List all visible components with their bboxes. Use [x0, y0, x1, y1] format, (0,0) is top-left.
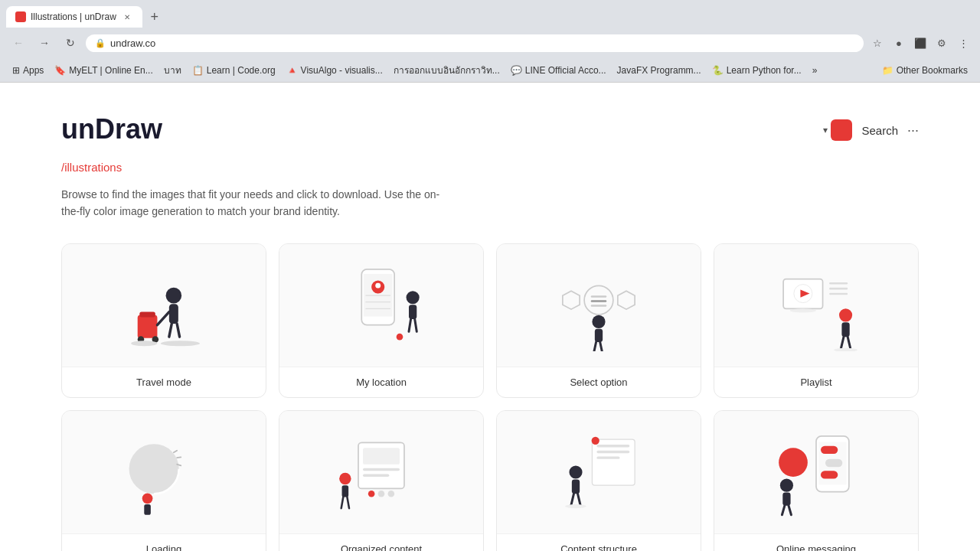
svg-rect-56: [363, 474, 389, 476]
bookmark-visalgo[interactable]: 🔺 VisuAlgo - visualis...: [282, 64, 387, 77]
bookmark-other[interactable]: 📁 Other Bookmarks: [877, 64, 972, 77]
illustration-preview: [62, 411, 266, 533]
bookmark-label: Apps: [23, 65, 44, 76]
tab-favicon: [15, 11, 26, 22]
online-messaging-illustration: [730, 426, 903, 518]
svg-point-48: [142, 493, 153, 504]
svg-rect-26: [591, 295, 607, 298]
svg-rect-70: [572, 479, 580, 494]
bookmark-baht[interactable]: บาท: [159, 61, 186, 79]
illustration-card[interactable]: My location: [279, 243, 484, 398]
svg-point-80: [780, 478, 793, 491]
select-option-illustration: [512, 259, 685, 351]
svg-point-23: [397, 334, 403, 341]
bookmark-label: Other Bookmarks: [897, 65, 968, 76]
new-tab-button[interactable]: +: [144, 6, 165, 28]
bookmark-label: »: [812, 65, 818, 76]
url-text: undraw.co: [110, 37, 854, 49]
illustration-name: Online messaging: [714, 533, 918, 551]
extensions-icon[interactable]: ⬛: [911, 34, 929, 52]
svg-rect-81: [782, 492, 790, 505]
playlist-illustration: [730, 259, 903, 351]
bookmark-myelt[interactable]: 🔖 MyELT | Online En...: [50, 64, 157, 77]
illustration-card[interactable]: Select option: [496, 243, 701, 398]
search-button[interactable]: Search: [861, 124, 898, 137]
svg-point-30: [592, 315, 605, 328]
svg-point-10: [131, 341, 157, 346]
bookmark-label: การออกแบบอินอักกราวิท...: [394, 63, 500, 77]
organized-content-illustration: [295, 426, 468, 518]
svg-line-83: [789, 505, 791, 514]
svg-line-21: [409, 319, 411, 331]
bookmark-thai[interactable]: การออกแบบอินอักกราวิท...: [389, 61, 505, 79]
profile-icon[interactable]: ●: [890, 34, 908, 52]
logo-area: unDraw: [61, 113, 162, 145]
forward-button[interactable]: →: [34, 32, 55, 54]
svg-rect-67: [596, 456, 619, 458]
bookmark-line[interactable]: 💬 LINE Official Acco...: [506, 64, 611, 77]
bookmark-javafx[interactable]: JavaFX Programm...: [612, 64, 706, 77]
illustration-name: Playlist: [714, 367, 918, 397]
settings-icon[interactable]: ⚙: [933, 34, 951, 52]
bookmark-label: Learn | Code.org: [207, 65, 276, 76]
site-logo[interactable]: unDraw: [61, 113, 162, 145]
bookmark-icon: 💬: [511, 65, 522, 76]
back-button[interactable]: ←: [8, 32, 29, 54]
svg-line-6: [157, 311, 168, 324]
svg-point-68: [592, 436, 599, 444]
svg-point-45: [790, 308, 816, 312]
illustration-preview: [714, 244, 918, 367]
svg-rect-27: [591, 300, 607, 302]
svg-rect-0: [138, 315, 158, 338]
illustration-card[interactable]: Loading: [61, 410, 266, 551]
svg-rect-76: [821, 445, 838, 453]
star-icon[interactable]: ☆: [868, 34, 887, 52]
svg-point-44: [834, 347, 858, 350]
more-icon[interactable]: ⋮: [954, 34, 972, 52]
tab-title: Illustrations | unDraw: [31, 11, 116, 22]
color-picker-button[interactable]: ▾: [823, 119, 852, 141]
svg-line-7: [169, 324, 172, 337]
address-bar[interactable]: 🔒 undraw.co: [86, 34, 864, 52]
svg-rect-61: [342, 485, 349, 497]
bookmark-icon: 🔺: [286, 65, 298, 76]
bookmark-label: Learn Python for...: [727, 65, 802, 76]
svg-rect-78: [821, 471, 838, 478]
svg-rect-37: [829, 282, 848, 285]
svg-point-40: [839, 308, 852, 321]
illustration-card[interactable]: Organized content: [279, 410, 484, 551]
illustration-card[interactable]: Travel mode: [61, 243, 266, 398]
svg-marker-24: [563, 291, 580, 309]
illustration-card[interactable]: Content structure: [496, 410, 701, 551]
svg-point-69: [569, 465, 582, 478]
svg-point-14: [375, 283, 381, 289]
svg-line-71: [571, 494, 573, 505]
svg-point-73: [565, 504, 586, 508]
active-tab[interactable]: Illustrations | unDraw ✕: [6, 6, 142, 28]
bookmark-code[interactable]: 📋 Learn | Code.org: [188, 64, 280, 77]
header: unDraw ▾ Search ···: [61, 113, 919, 145]
toolbar-icons: ☆ ● ⬛ ⚙ ⋮: [868, 34, 972, 52]
bookmark-more[interactable]: »: [808, 64, 822, 77]
tab-close-button[interactable]: ✕: [121, 11, 133, 23]
bookmark-label: JavaFX Programm...: [617, 65, 701, 76]
bookmark-label: LINE Official Acco...: [525, 65, 606, 76]
bookmark-icon: 🐍: [712, 65, 724, 76]
more-options-button[interactable]: ···: [907, 122, 919, 139]
illustration-card[interactable]: Online messaging: [714, 410, 919, 551]
svg-point-57: [368, 491, 375, 497]
reload-button[interactable]: ↻: [60, 32, 81, 54]
svg-line-22: [415, 319, 417, 331]
svg-rect-31: [595, 329, 603, 342]
bookmark-apps[interactable]: ⊞ Apps: [8, 64, 48, 77]
svg-rect-54: [363, 448, 400, 464]
illustration-preview: [497, 244, 701, 367]
illustration-card[interactable]: Playlist: [714, 243, 919, 398]
page-content: unDraw ▾ Search ··· /illustrations Brows…: [0, 83, 980, 551]
svg-line-51: [177, 457, 181, 458]
svg-line-50: [174, 450, 177, 452]
svg-rect-41: [841, 322, 849, 337]
svg-rect-5: [169, 304, 178, 324]
travel-mode-illustration: [77, 259, 250, 351]
bookmark-python[interactable]: 🐍 Learn Python for...: [707, 64, 806, 77]
